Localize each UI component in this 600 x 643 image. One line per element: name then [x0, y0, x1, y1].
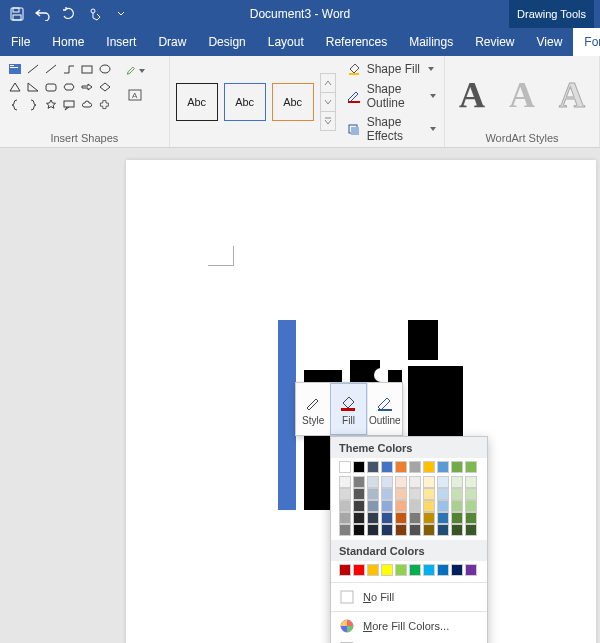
shape-fill-button[interactable]: Shape Fill	[344, 60, 438, 78]
color-swatch[interactable]	[451, 524, 463, 536]
mini-fill-button[interactable]: Fill	[330, 383, 366, 435]
color-swatch[interactable]	[381, 512, 393, 524]
shape-rtriangle-icon[interactable]	[24, 78, 41, 95]
color-swatch[interactable]	[395, 461, 407, 473]
wordart-style-3[interactable]: A	[551, 74, 593, 116]
color-swatch[interactable]	[451, 476, 463, 488]
color-swatch[interactable]	[353, 488, 365, 500]
color-swatch[interactable]	[465, 488, 477, 500]
save-icon[interactable]	[6, 3, 28, 25]
color-swatch[interactable]	[367, 524, 379, 536]
mini-outline-button[interactable]: Outline	[367, 383, 402, 435]
chart-bar-5-top[interactable]	[408, 320, 438, 360]
color-swatch[interactable]	[353, 564, 365, 576]
shape-callout-icon[interactable]	[60, 96, 77, 113]
color-swatch[interactable]	[395, 524, 407, 536]
color-swatch[interactable]	[465, 512, 477, 524]
shape-diamond-icon[interactable]	[96, 78, 113, 95]
color-swatch[interactable]	[423, 512, 435, 524]
tab-layout[interactable]: Layout	[257, 28, 315, 56]
shape-connector-icon[interactable]	[60, 60, 77, 77]
color-swatch[interactable]	[353, 524, 365, 536]
color-swatch[interactable]	[381, 564, 393, 576]
color-swatch[interactable]	[437, 476, 449, 488]
color-swatch[interactable]	[409, 488, 421, 500]
shape-triangle-icon[interactable]	[6, 78, 23, 95]
color-swatch[interactable]	[437, 564, 449, 576]
shape-style-thumb-3[interactable]: Abc	[272, 83, 314, 121]
color-swatch[interactable]	[367, 500, 379, 512]
no-fill-item[interactable]: No Fill	[331, 586, 487, 608]
color-swatch[interactable]	[451, 512, 463, 524]
tab-mailings[interactable]: Mailings	[398, 28, 464, 56]
color-swatch[interactable]	[451, 564, 463, 576]
color-swatch[interactable]	[381, 476, 393, 488]
touch-mode-icon[interactable]	[84, 3, 106, 25]
color-swatch[interactable]	[465, 564, 477, 576]
color-swatch[interactable]	[451, 500, 463, 512]
color-swatch[interactable]	[353, 461, 365, 473]
color-swatch[interactable]	[367, 564, 379, 576]
color-swatch[interactable]	[367, 461, 379, 473]
undo-icon[interactable]	[32, 3, 54, 25]
color-swatch[interactable]	[367, 476, 379, 488]
tab-file[interactable]: File	[0, 28, 41, 56]
color-swatch[interactable]	[465, 476, 477, 488]
tab-design[interactable]: Design	[197, 28, 256, 56]
color-swatch[interactable]	[339, 564, 351, 576]
shape-lbrace-icon[interactable]	[6, 96, 23, 113]
color-swatch[interactable]	[409, 512, 421, 524]
color-swatch[interactable]	[339, 488, 351, 500]
color-swatch[interactable]	[423, 488, 435, 500]
shape-line2-icon[interactable]	[42, 60, 59, 77]
color-swatch[interactable]	[437, 524, 449, 536]
color-swatch[interactable]	[423, 461, 435, 473]
tab-references[interactable]: References	[315, 28, 398, 56]
color-swatch[interactable]	[409, 564, 421, 576]
shape-textbox-icon[interactable]	[6, 60, 23, 77]
more-fill-colors-item[interactable]: More Fill Colors...	[331, 615, 487, 637]
color-swatch[interactable]	[339, 461, 351, 473]
color-swatch[interactable]	[353, 512, 365, 524]
shape-style-thumb-1[interactable]: Abc	[176, 83, 218, 121]
tab-review[interactable]: Review	[464, 28, 525, 56]
picture-fill-item[interactable]: Picture...	[331, 637, 487, 643]
color-swatch[interactable]	[451, 488, 463, 500]
color-swatch[interactable]	[437, 512, 449, 524]
color-swatch[interactable]	[339, 512, 351, 524]
color-swatch[interactable]	[395, 512, 407, 524]
color-swatch[interactable]	[423, 564, 435, 576]
color-swatch[interactable]	[339, 476, 351, 488]
color-swatch[interactable]	[465, 524, 477, 536]
color-swatch[interactable]	[367, 488, 379, 500]
color-swatch[interactable]	[423, 500, 435, 512]
color-swatch[interactable]	[339, 500, 351, 512]
shape-cloud-icon[interactable]	[78, 96, 95, 113]
shape-effects-button[interactable]: Shape Effects	[344, 114, 438, 144]
tab-home[interactable]: Home	[41, 28, 95, 56]
tab-view[interactable]: View	[526, 28, 574, 56]
color-swatch[interactable]	[339, 524, 351, 536]
color-swatch[interactable]	[465, 500, 477, 512]
textbox-insert-icon[interactable]: A	[124, 84, 146, 106]
chart-bar-1[interactable]	[278, 320, 296, 510]
shape-rbrace-icon[interactable]	[24, 96, 41, 113]
color-swatch[interactable]	[381, 461, 393, 473]
shape-roundrect-icon[interactable]	[42, 78, 59, 95]
color-swatch[interactable]	[367, 512, 379, 524]
shape-line-icon[interactable]	[24, 60, 41, 77]
color-swatch[interactable]	[381, 500, 393, 512]
redo-icon[interactable]	[58, 3, 80, 25]
color-swatch[interactable]	[353, 476, 365, 488]
edit-shape-icon[interactable]	[124, 60, 146, 82]
color-swatch[interactable]	[437, 500, 449, 512]
shape-star-icon[interactable]	[42, 96, 59, 113]
color-swatch[interactable]	[409, 500, 421, 512]
color-swatch[interactable]	[437, 488, 449, 500]
gallery-expand-icon[interactable]	[321, 111, 335, 130]
qat-more-icon[interactable]	[110, 3, 132, 25]
gallery-down-icon[interactable]	[321, 92, 335, 111]
color-swatch[interactable]	[381, 488, 393, 500]
tab-draw[interactable]: Draw	[147, 28, 197, 56]
color-swatch[interactable]	[395, 564, 407, 576]
